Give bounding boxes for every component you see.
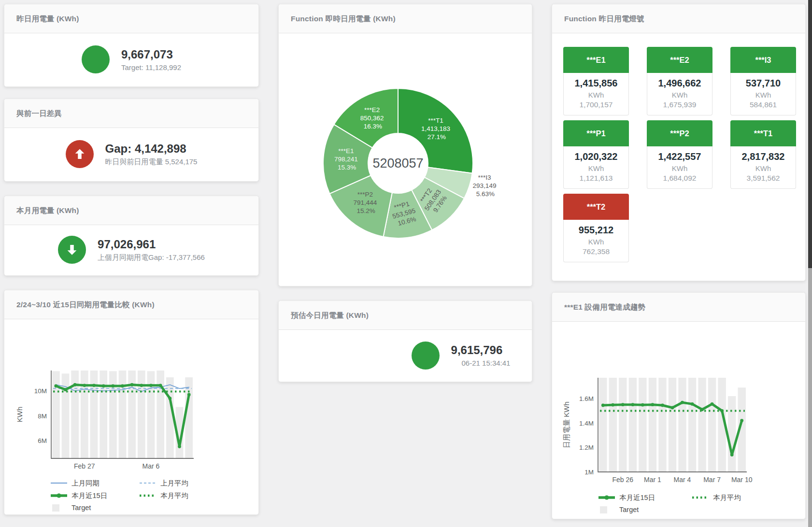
target-bar xyxy=(157,370,164,458)
realtime-usage-donut-chart: ***T1 1,413,183 27.1% ***I3 293,149 5.63… xyxy=(279,33,532,283)
series-point xyxy=(159,384,162,387)
y-tick-label: 1.6M xyxy=(579,395,594,402)
compare-title: 2/24~3/10 近15日同期用電量比較 (KWh) xyxy=(16,300,155,309)
light-tile-P2: ***P2 1,422,557 KWh 1,684,092 xyxy=(647,120,712,189)
tile-status-header: ***I3 xyxy=(730,47,796,73)
card-title: 與前一日差異 xyxy=(4,99,258,128)
scrollbar-thumb[interactable] xyxy=(808,0,812,268)
series-point xyxy=(187,393,191,397)
light-tile-T1: ***T1 2,817,832 KWh 3,591,562 xyxy=(730,120,796,189)
series-point xyxy=(681,401,684,404)
legend-swatch-icon xyxy=(50,492,68,499)
x-tick-label: Mar 4 xyxy=(674,476,691,484)
legend-swatch-icon xyxy=(598,506,615,513)
gap-sub: 昨日與前日用電量 5,524,175 xyxy=(105,157,198,167)
tile-body: 1,422,557 KWh 1,684,092 xyxy=(647,146,712,189)
target-bar xyxy=(109,371,117,458)
series-point xyxy=(611,403,614,407)
target-bar xyxy=(100,370,107,458)
tile-body: 955,212 KWh 762,358 xyxy=(563,220,629,262)
tile-body: 1,415,856 KWh 1,700,157 xyxy=(563,73,629,115)
tile-value: 1,020,322 xyxy=(565,151,627,162)
card-yesterday-lights: Function 昨日用電燈號 ***E1 1,415,856 KWh 1,70… xyxy=(552,4,806,281)
legend-item-Target[interactable]: Target xyxy=(598,506,679,513)
card-realtime-donut: Function 即時日用電量 (KWh) ***T1 1,413,183 27… xyxy=(278,4,532,286)
estimate-title: 預估今日用電量 (KWh) xyxy=(291,311,369,319)
tile-status-header: ***T2 xyxy=(563,194,629,220)
tile-target: 1,684,092 xyxy=(648,174,711,183)
red-up-arrow-icon xyxy=(66,140,94,168)
tile-body: 2,817,832 KWh 3,591,562 xyxy=(730,146,796,189)
tile-target: 584,861 xyxy=(732,100,795,109)
legend-item-上月平均[interactable]: 上月平均 xyxy=(139,479,188,488)
series-point xyxy=(631,403,635,406)
target-bar xyxy=(669,378,676,472)
card-title: Function 即時日用電量 (KWh) xyxy=(279,4,532,33)
down-arrow-glyph xyxy=(65,242,79,257)
legend-swatch-icon xyxy=(50,504,68,512)
legend-swatch-icon xyxy=(50,480,68,487)
card-title: ***E1 設備用電達成趨勢 xyxy=(552,293,805,322)
legend-swatch-icon xyxy=(598,494,615,501)
legend-item-Target[interactable]: Target xyxy=(50,504,127,512)
donut-center-total: 5208057 xyxy=(372,156,423,171)
yesterday-title: 昨日用電量 (KWh) xyxy=(16,14,79,23)
legend-label: Target xyxy=(71,504,91,512)
page-scrollbar[interactable] xyxy=(808,0,812,527)
green-status-circle-icon xyxy=(82,45,110,73)
y-tick-label: 8M xyxy=(38,413,47,420)
tile-value: 1,496,662 xyxy=(648,78,711,89)
card-estimate-today: 預估今日用電量 (KWh) 9,615,796 06-21 15:34:41 xyxy=(278,300,532,382)
target-bar xyxy=(609,378,617,472)
y-tick-label: 1M xyxy=(584,469,594,476)
tile-value: 537,710 xyxy=(732,78,795,89)
legend-swatch-icon xyxy=(692,494,709,501)
card-title: 本月用電量 (KWh) xyxy=(4,196,258,225)
series-point xyxy=(178,445,181,448)
gap-title: 與前一日差異 xyxy=(16,109,62,117)
legend-item-本月近15日[interactable]: 本月近15日 xyxy=(50,491,127,500)
series-point xyxy=(661,404,664,407)
tile-value: 955,212 xyxy=(565,225,627,236)
up-arrow-glyph xyxy=(72,147,87,161)
series-point xyxy=(83,384,86,387)
target-bar xyxy=(119,370,127,458)
series-point xyxy=(54,385,57,388)
legend-item-上月同期[interactable]: 上月同期 xyxy=(50,479,127,488)
yesterday-value: 9,667,073 xyxy=(121,48,181,61)
card-month-usage: 本月用電量 (KWh) 97,026,961 上個月同期用電Gap: -17,3… xyxy=(4,196,259,276)
legend-item-本月平均[interactable]: 本月平均 xyxy=(139,491,188,500)
legend-item-本月近15日[interactable]: 本月近15日 xyxy=(598,493,679,502)
tile-unit: KWh xyxy=(565,91,627,99)
series-point xyxy=(601,404,605,407)
legend-item-本月平均[interactable]: 本月平均 xyxy=(692,493,741,502)
series-point xyxy=(641,403,644,407)
x-tick-label: Mar 1 xyxy=(644,476,661,484)
compare-chart: 6M8M10MFeb 27Mar 6KWh xyxy=(4,368,201,473)
tile-unit: KWh xyxy=(732,91,795,99)
lights-title: Function 昨日用電燈號 xyxy=(564,14,644,23)
series-point xyxy=(621,403,625,406)
month-gap: 上個月同期用電Gap: -17,377,566 xyxy=(98,253,205,262)
y-tick-label: 1.4M xyxy=(579,420,594,427)
estimate-value: 9,615,796 xyxy=(451,343,511,357)
tile-target: 1,675,939 xyxy=(648,100,711,109)
x-tick-label: Mar 7 xyxy=(703,476,721,484)
x-tick-label: Mar 10 xyxy=(731,476,753,484)
tile-value: 1,422,557 xyxy=(648,151,711,162)
tile-unit: KWh xyxy=(648,164,711,172)
dashboard: { "colors": { "green": "#2f9e41", "red":… xyxy=(0,0,812,527)
tile-status-header: ***E1 xyxy=(563,47,629,73)
series-point xyxy=(111,385,114,388)
series-point xyxy=(140,384,143,387)
series-point xyxy=(102,385,105,388)
tile-target: 1,700,157 xyxy=(565,100,627,109)
target-bar xyxy=(728,396,736,472)
legend-swatch-icon xyxy=(139,480,157,487)
tile-body: 1,496,662 KWh 1,675,939 xyxy=(647,73,712,115)
donut-slice-label: ***I3 293,149 5.63% xyxy=(473,174,499,198)
legend-label: 上月同期 xyxy=(71,479,100,488)
series-point xyxy=(168,397,171,400)
card-15day-compare-chart: 2/24~3/10 近15日同期用電量比較 (KWh) 6M8M10MFeb 2… xyxy=(4,290,259,515)
target-bar xyxy=(52,371,60,458)
